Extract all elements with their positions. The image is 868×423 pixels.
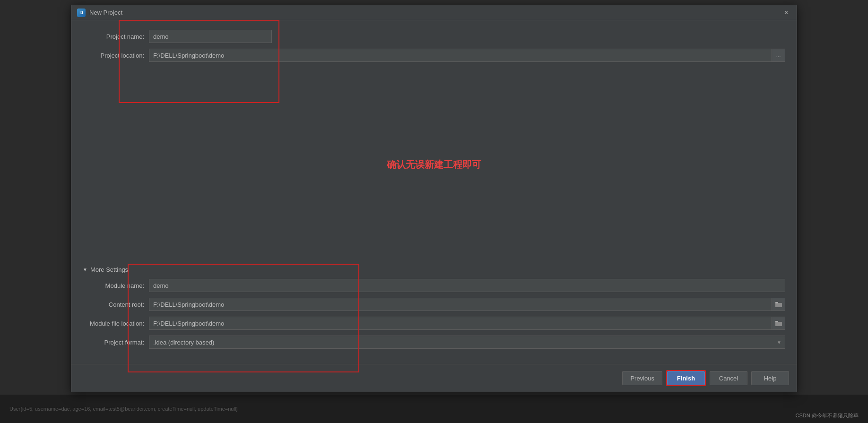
folder-icon	[775, 302, 782, 307]
svg-rect-2	[775, 322, 782, 326]
new-project-dialog: IJ New Project × Project name: Project l…	[71, 5, 797, 392]
project-name-row: Project name:	[83, 30, 785, 43]
module-file-location-input[interactable]	[149, 317, 772, 330]
more-settings-section: ▼ More Settings Module name: Content roo…	[83, 266, 785, 354]
project-location-browse-button[interactable]: ...	[772, 49, 785, 62]
project-location-input-group: ...	[149, 49, 785, 62]
content-root-input[interactable]	[149, 298, 772, 311]
app-icon: IJ	[77, 9, 86, 17]
module-file-location-browse-button[interactable]	[772, 317, 785, 330]
middle-area: 确认无误新建工程即可	[83, 68, 785, 261]
svg-rect-1	[775, 302, 778, 303]
svg-rect-0	[775, 303, 782, 307]
module-file-location-input-group	[149, 317, 785, 330]
title-bar: IJ New Project ×	[71, 5, 797, 20]
module-name-row: Module name:	[83, 279, 785, 292]
project-format-select[interactable]: .idea (directory based)	[149, 336, 785, 349]
close-button[interactable]: ×	[781, 8, 791, 17]
dialog-footer: Previous Finish Cancel Help	[71, 364, 797, 392]
svg-rect-3	[775, 321, 778, 322]
dialog-overlay: IJ New Project × Project name: Project l…	[0, 0, 868, 423]
module-file-location-label: Module file location:	[83, 320, 149, 327]
project-name-input[interactable]	[149, 30, 272, 43]
folder-icon-2	[775, 320, 782, 326]
finish-button[interactable]: Finish	[667, 371, 705, 385]
project-location-input[interactable]	[149, 49, 772, 62]
more-settings-label: More Settings	[90, 266, 128, 273]
module-file-location-row: Module file location:	[83, 317, 785, 330]
finish-button-highlight: Finish	[666, 370, 706, 386]
previous-button[interactable]: Previous	[622, 371, 662, 385]
project-name-label: Project name:	[83, 33, 149, 40]
more-settings-header[interactable]: ▼ More Settings	[83, 266, 785, 273]
content-root-input-group	[149, 298, 785, 311]
help-button[interactable]: Help	[751, 371, 789, 385]
dialog-content: Project name: Project location: ... 确认无误…	[71, 20, 797, 364]
title-bar-left: IJ New Project	[77, 9, 122, 17]
content-root-label: Content root:	[83, 301, 149, 308]
project-format-row: Project format: .idea (directory based) …	[83, 336, 785, 349]
project-format-label: Project format:	[83, 339, 149, 346]
content-root-browse-button[interactable]	[772, 298, 785, 311]
module-name-label: Module name:	[83, 282, 149, 289]
annotation-text: 确认无误新建工程即可	[387, 158, 481, 171]
project-location-row: Project location: ...	[83, 49, 785, 62]
module-name-input[interactable]	[149, 279, 785, 292]
cancel-button[interactable]: Cancel	[710, 371, 747, 385]
project-location-label: Project location:	[83, 52, 149, 59]
chevron-down-icon: ▼	[83, 267, 87, 272]
content-root-row: Content root:	[83, 298, 785, 311]
project-format-select-wrapper: .idea (directory based) ▼	[149, 336, 785, 349]
dialog-title: New Project	[89, 9, 122, 16]
